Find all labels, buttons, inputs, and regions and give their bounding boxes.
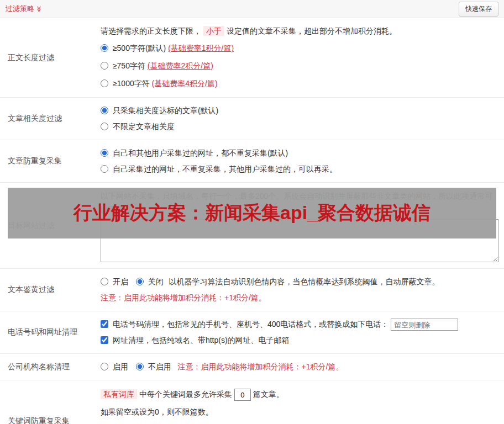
chevron-down-icon: ≫ — [35, 6, 43, 13]
relevance-option-strict[interactable]: 只采集相关度达标的文章(默认) — [101, 106, 218, 115]
length-desc-post: 设定值的文章不采集，超出部分不增加积分消耗。 — [227, 26, 397, 35]
keyword-limit-post: 篇文章。 — [253, 390, 284, 399]
porn-option-off-label: 关闭 — [148, 277, 164, 286]
row-label-porn: 文本鉴黄过滤 — [0, 269, 95, 311]
length-radio-750[interactable] — [101, 62, 108, 70]
length-desc-highlight: 小于 — [203, 26, 224, 36]
watermark-text: 行业解决方案：新闻采集api_聚合数据诚信 — [74, 200, 431, 226]
page-title-text: 过滤策略 — [6, 4, 34, 13]
dedup-option-global[interactable]: 自己和其他用户采集过的网址，都不重复采集(默认) — [101, 149, 288, 157]
row-content-area: 私有词库中每个关键词最多允许采集 篇文章。 如果留空或设为0，则不限篇数。 如果… — [95, 380, 504, 424]
length-desc-pre: 请选择需求的正文长度下限， — [101, 26, 201, 35]
relevance-option-row: 只采集相关度达标的文章(默认) — [101, 103, 498, 119]
length-option-750-note: (基础费率2积分/篇) — [148, 61, 213, 70]
dedup-radio-self[interactable] — [101, 165, 108, 173]
row-content-area: 电话号码清理，包括常见的手机号、座机号、400电话格式，或替换成如下电话： 网址… — [95, 311, 504, 353]
row-content-area: 自己和其他用户采集过的网址，都不重复采集(默认) 自己采集过的网址，不重复采集，… — [95, 140, 504, 182]
porn-option-off[interactable]: 关闭 — [136, 277, 166, 286]
row-phone-url-cleanup: 电话号码和网址清理 电话号码清理，包括常见的手机号、座机号、400电话格式，或替… — [0, 311, 504, 354]
row-keyword-dedup: 关键词防重复采集 私有词库中每个关键词最多允许采集 篇文章。 如果留空或设为0，… — [0, 380, 504, 424]
url-cleanup-label: 网址清理，包括纯域名、带http(s)的网址、电子邮箱 — [113, 336, 290, 344]
url-cleanup-row: 网址清理，包括纯域名、带http(s)的网址、电子邮箱 — [101, 332, 498, 348]
porn-option-row: 开启 关闭 以机器学习算法自动识别色情内容，当色情概率达到系统阈值，自动屏蔽文章… — [101, 274, 498, 290]
keyword-note-cost: 如果设为1-4篇，则增加积分消耗：+2积分/篇。 — [101, 421, 498, 424]
url-cleanup-option[interactable]: 网址清理，包括纯域名、带http(s)的网址、电子邮箱 — [101, 336, 290, 344]
max-articles-input[interactable] — [234, 389, 251, 401]
company-warning: 注意：启用此功能将增加积分消耗：+1积分/篇。 — [178, 362, 344, 371]
length-option-1000-label: ≥1000字符 — [113, 79, 150, 88]
keyword-note-unlimited: 如果留空或设为0，则不限篇数。 — [101, 403, 498, 421]
row-label-relevance: 文章相关度过滤 — [0, 98, 95, 140]
row-content-area: 开启 关闭 以机器学习算法自动识别色情内容，当色情概率达到系统阈值，自动屏蔽文章… — [95, 269, 504, 311]
relevance-option-row: 不限定文章相关度 — [101, 119, 498, 135]
length-option-1000-note: (基础费率4积分/篇) — [152, 79, 218, 88]
quick-save-button[interactable]: 快速保存 — [459, 2, 498, 17]
company-option-disable[interactable]: 不启用 — [136, 362, 174, 371]
row-label-phone-url: 电话号码和网址清理 — [0, 311, 95, 353]
company-option-row: 启用 不启用 注意：启用此功能将增加积分消耗：+1积分/篇。 — [101, 359, 498, 375]
company-option-disable-label: 不启用 — [148, 362, 171, 371]
length-radio-500[interactable] — [101, 44, 108, 52]
relevance-radio-any[interactable] — [101, 123, 108, 130]
phone-cleanup-option[interactable]: 电话号码清理，包括常见的手机号、座机号、400电话格式，或替换成如下电话： — [101, 320, 391, 328]
row-dedup-filter: 文章防重复采集 自己和其他用户采集过的网址，都不重复采集(默认) 自己采集过的网… — [0, 140, 504, 183]
length-radio-1000[interactable] — [101, 80, 108, 87]
row-content-length-filter: 正文长度过滤 请选择需求的正文长度下限，小于设定值的文章不采集，超出部分不增加积… — [0, 18, 504, 98]
row-label-company: 公司机构名称清理 — [0, 354, 95, 380]
length-option-500[interactable]: ≥500字符(默认) — [101, 44, 168, 52]
row-label-content-length: 正文长度过滤 — [0, 18, 95, 97]
length-option-1000[interactable]: ≥1000字符 — [101, 79, 152, 88]
phone-cleanup-checkbox[interactable] — [101, 320, 108, 328]
length-option-row: ≥1000字符 (基础费率4积分/篇) — [101, 75, 498, 92]
url-cleanup-checkbox[interactable] — [101, 336, 108, 344]
keyword-limit-mid: 中每个关键词最多允许采集 — [139, 390, 232, 399]
row-content-area: 只采集相关度达标的文章(默认) 不限定文章相关度 — [95, 98, 504, 140]
length-option-row: ≥750字符 (基础费率2积分/篇) — [101, 57, 498, 75]
dedup-option-self[interactable]: 自己采集过的网址，不重复采集，其他用户采集过的，可以再采。 — [101, 165, 337, 173]
phone-cleanup-row: 电话号码清理，包括常见的手机号、座机号、400电话格式，或替换成如下电话： — [101, 316, 498, 332]
porn-desc: 以机器学习算法自动识别色情内容，当色情概率达到系统阈值，自动屏蔽文章。 — [169, 277, 440, 286]
replacement-phone-input[interactable] — [391, 319, 458, 331]
row-label-dedup: 文章防重复采集 — [0, 140, 95, 182]
company-radio-disable[interactable] — [136, 363, 144, 370]
dedup-radio-global[interactable] — [101, 149, 108, 157]
length-option-750[interactable]: ≥750字符 — [101, 61, 148, 70]
page-title: 过滤策略≫ — [6, 4, 43, 14]
row-content-area: 请选择需求的正文长度下限，小于设定值的文章不采集，超出部分不增加积分消耗。 ≥5… — [95, 18, 504, 97]
private-lexicon-highlight: 私有词库 — [101, 389, 137, 399]
porn-option-on-label: 开启 — [113, 277, 128, 286]
dedup-option-global-label: 自己和其他用户采集过的网址，都不重复采集(默认) — [113, 149, 288, 157]
row-label-keyword: 关键词防重复采集 — [0, 380, 95, 424]
porn-option-on[interactable]: 开启 — [101, 277, 130, 286]
watermark-banner: 行业解决方案：新闻采集api_聚合数据诚信 — [8, 188, 496, 239]
company-option-enable[interactable]: 启用 — [101, 362, 130, 371]
row-relevance-filter: 文章相关度过滤 只采集相关度达标的文章(默认) 不限定文章相关度 — [0, 98, 504, 140]
dedup-option-row: 自己采集过的网址，不重复采集，其他用户采集过的，可以再采。 — [101, 161, 498, 177]
company-option-enable-label: 启用 — [113, 362, 128, 371]
length-desc: 请选择需求的正文长度下限，小于设定值的文章不采集，超出部分不增加积分消耗。 — [101, 23, 498, 39]
porn-warning: 注意：启用此功能将增加积分消耗：+1积分/篇。 — [101, 290, 498, 306]
keyword-limit-row: 私有词库中每个关键词最多允许采集 篇文章。 — [101, 385, 498, 403]
header-bar: 过滤策略≫ 快速保存 — [0, 0, 504, 18]
company-radio-enable[interactable] — [101, 363, 108, 370]
relevance-radio-strict[interactable] — [101, 107, 108, 114]
length-option-500-note: (基础费率1积分/篇) — [168, 44, 234, 52]
porn-radio-on[interactable] — [101, 278, 108, 285]
length-option-750-label: ≥750字符 — [113, 61, 145, 70]
row-content-area: 启用 不启用 注意：启用此功能将增加积分消耗：+1积分/篇。 — [95, 354, 504, 380]
relevance-option-strict-label: 只采集相关度达标的文章(默认) — [113, 106, 218, 115]
filter-strategy-page: { "header": { "title": "过滤策略", "arrow_ic… — [0, 0, 504, 424]
row-porn-filter: 文本鉴黄过滤 开启 关闭 以机器学习算法自动识别色情内容，当色情概率达到系统阈值… — [0, 269, 504, 311]
length-option-row: ≥500字符(默认) (基础费率1积分/篇) — [101, 39, 498, 57]
length-option-500-label: ≥500字符(默认) — [113, 44, 166, 52]
porn-radio-off[interactable] — [136, 278, 144, 285]
phone-cleanup-label: 电话号码清理，包括常见的手机号、座机号、400电话格式，或替换成如下电话： — [113, 320, 389, 328]
relevance-option-any-label: 不限定文章相关度 — [113, 122, 175, 131]
dedup-option-row: 自己和其他用户采集过的网址，都不重复采集(默认) — [101, 145, 498, 161]
row-company-cleanup: 公司机构名称清理 启用 不启用 注意：启用此功能将增加积分消耗：+1积分/篇。 — [0, 354, 504, 380]
dedup-option-self-label: 自己采集过的网址，不重复采集，其他用户采集过的，可以再采。 — [113, 165, 337, 173]
relevance-option-any[interactable]: 不限定文章相关度 — [101, 122, 175, 131]
